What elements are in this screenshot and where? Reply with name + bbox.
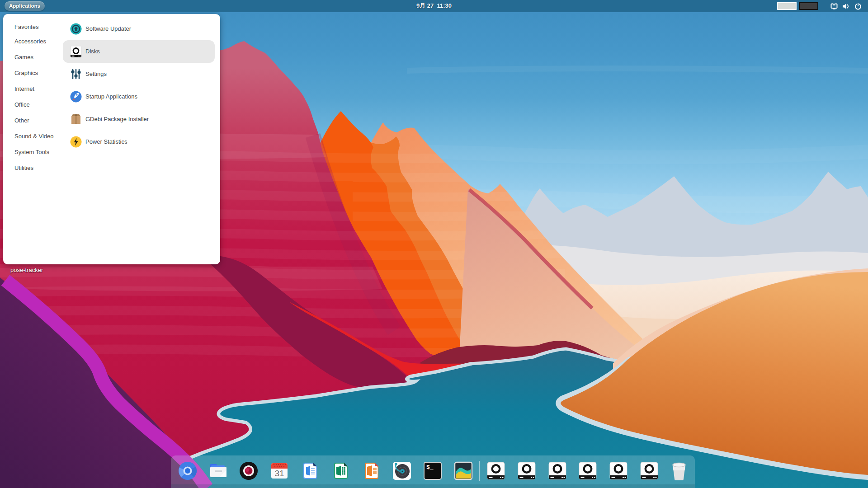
svg-text:31: 31 [274,469,284,478]
svg-text:$_: $_ [426,464,434,471]
